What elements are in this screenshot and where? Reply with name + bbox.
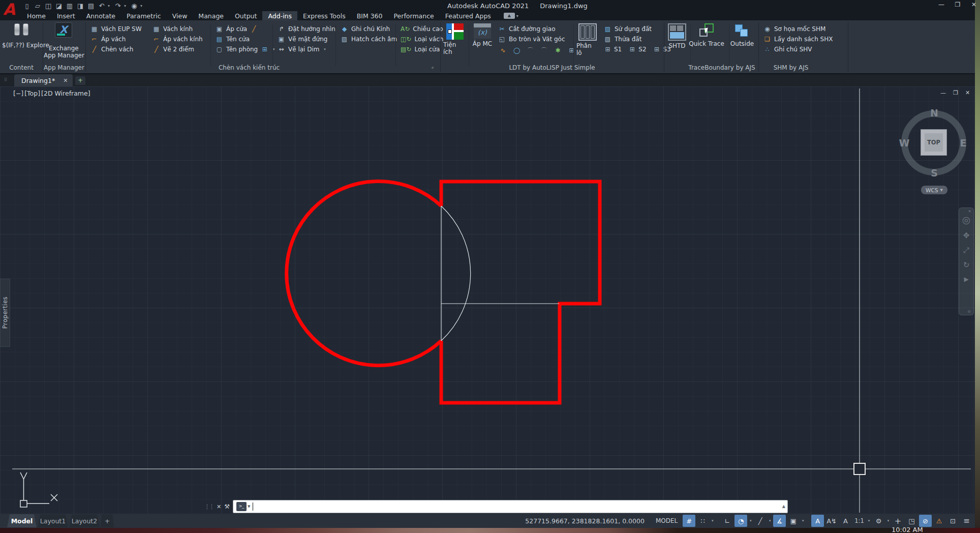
window-close-button[interactable]: ✕: [970, 1, 978, 8]
command-dock-drag-handle[interactable]: ⋮⋮: [204, 504, 213, 510]
properties-palette-tab[interactable]: Properties: [0, 279, 10, 347]
shtd-button[interactable]: SHTD: [667, 23, 687, 49]
ribbon-item-loai-vach[interactable]: ◫↻ Loại vách: [401, 35, 443, 44]
tab-performance[interactable]: Performance: [388, 11, 440, 20]
ribbon-item-ve-2-diem[interactable]: ╱ Vẽ 2 điểm: [152, 45, 194, 54]
exchange-app-manager-button[interactable]: X: [53, 22, 74, 38]
s2-label[interactable]: S2: [638, 46, 646, 53]
s2-table-icon[interactable]: ⊞: [628, 46, 636, 52]
polar-caret-icon[interactable]: ▾: [748, 519, 753, 523]
command-dock-customize-icon[interactable]: ⚒: [224, 503, 230, 510]
revcloud-icon[interactable]: ◯: [513, 47, 520, 53]
publish-icon[interactable]: ◨: [76, 2, 85, 10]
viewcube-top-face[interactable]: TOP: [921, 129, 947, 156]
viewcube-east[interactable]: E: [960, 137, 967, 149]
tab-add-ins[interactable]: Add-ins: [262, 11, 297, 20]
ribbon-display-toggle[interactable]: ▲ ▾: [504, 11, 518, 20]
ribbon-item-su-dung-dat[interactable]: ▨ Sử dụng đất: [604, 24, 652, 34]
workspace-caret-icon[interactable]: ▾: [886, 519, 891, 523]
fillet-arc-icon[interactable]: ⌒: [527, 47, 534, 53]
file-tab-close-icon[interactable]: ✕: [63, 77, 68, 84]
workspace-gear-icon[interactable]: ⚙: [872, 515, 885, 527]
tab-bim-360[interactable]: BIM 360: [351, 11, 388, 20]
ap-mc-button[interactable]: (x) Áp MC: [472, 23, 493, 47]
ribbon-item-chen-vach[interactable]: ╱ Chèn vách: [90, 45, 133, 54]
redo-icon[interactable]: ↷: [113, 2, 122, 10]
qat-customize-caret-icon[interactable]: ▾: [140, 4, 144, 8]
command-dock-close-icon[interactable]: ✕: [217, 504, 221, 510]
redo-caret-icon[interactable]: ▾: [124, 4, 128, 8]
iso-caret-icon[interactable]: ▾: [768, 519, 772, 523]
undo-icon[interactable]: ↶: [97, 2, 106, 10]
ribbon-item-ap-vach-kinh[interactable]: ⌐ Áp vách kính: [152, 35, 203, 44]
viewport-minimize-icon[interactable]: —: [940, 90, 946, 96]
tab-view[interactable]: View: [167, 11, 193, 20]
phan-lo-button[interactable]: Phân lô: [576, 23, 599, 56]
ribbon-item-hatch-cach-am[interactable]: ▨ Hatch cách âm: [341, 35, 397, 44]
new-file-tab-button[interactable]: +: [75, 76, 85, 85]
window-restore-button[interactable]: ❐: [954, 1, 962, 8]
viewport-restore-icon[interactable]: ❐: [953, 90, 958, 96]
command-recent-caret-icon[interactable]: ▼: [248, 505, 250, 509]
chamfer-arc-icon[interactable]: ⌒: [540, 47, 548, 53]
file-tab-drawing1[interactable]: Drawing1* ✕: [14, 74, 73, 86]
undo-caret-icon[interactable]: ▾: [108, 4, 112, 8]
ribbon-item-chieu-cao[interactable]: A↻ Chiều cao: [401, 24, 443, 34]
tab-output[interactable]: Output: [229, 11, 262, 20]
panel-launcher-icon[interactable]: »: [430, 65, 435, 71]
polar-tracking-toggle[interactable]: ◔: [734, 515, 747, 527]
ribbon-item-loai-cua[interactable]: ▤↻ Loại cửa: [401, 45, 440, 54]
ribbon-item-thua-dat[interactable]: ▧ Thửa đất: [604, 35, 641, 44]
ribbon-item-vach-kinh[interactable]: ▦ Vách kính: [152, 24, 193, 34]
ribbon-item-ten-phong[interactable]: ▢ Tên phòng ⊞ ▾: [216, 45, 276, 54]
print-icon[interactable]: ▤: [86, 2, 96, 10]
snap-caret-icon[interactable]: ▾: [710, 519, 715, 523]
annotation-monitor-button[interactable]: +: [892, 515, 904, 527]
navbar-close-icon[interactable]: ✕: [968, 209, 971, 214]
new-file-icon[interactable]: ▯: [22, 2, 32, 10]
save-as-icon[interactable]: ◪: [54, 2, 64, 10]
osnap-caret-icon[interactable]: ▾: [801, 519, 805, 523]
ribbon-item-so-hoa-moc-shm[interactable]: ◉ Sơ họa mốc SHM: [763, 24, 825, 34]
spline-edit-icon[interactable]: ✱: [554, 47, 562, 53]
object-snap-tracking-toggle[interactable]: ∡: [773, 515, 786, 527]
ribbon-item-ve-mat-dung[interactable]: ▣ Vẽ mặt đứng: [278, 35, 327, 44]
tab-featured-apps[interactable]: Featured Apps: [440, 11, 497, 20]
isolate-objects-button[interactable]: ◳: [905, 515, 918, 527]
viewport-close-icon[interactable]: ✕: [965, 90, 970, 96]
plot-icon[interactable]: ▥: [65, 2, 74, 10]
viewcube-west[interactable]: W: [899, 137, 910, 149]
viewcube-north[interactable]: N: [930, 107, 938, 119]
clean-screen-toggle[interactable]: ⊘: [919, 515, 932, 527]
add-layout-button[interactable]: +: [101, 514, 114, 527]
object-snap-toggle[interactable]: ▣: [787, 515, 800, 527]
sketch-curve-icon[interactable]: ∿: [499, 47, 507, 53]
ribbon-item-ve-lai-dim[interactable]: ↭ Vẽ lại Dim ▾: [278, 45, 327, 54]
tab-annotate[interactable]: Annotate: [81, 11, 121, 20]
s1-table-icon[interactable]: ⊞: [604, 46, 611, 52]
window-minimize-button[interactable]: —: [937, 1, 945, 8]
table-edit-icon[interactable]: ⊞: [568, 47, 575, 53]
viewport-visual-style-control[interactable]: [2D Wireframe]: [41, 90, 90, 97]
navbar-expand-icon[interactable]: ⊖: [967, 309, 971, 314]
annotation-scale-icon[interactable]: A: [839, 515, 852, 527]
snap-toggle[interactable]: ∷: [696, 515, 709, 527]
explore-button[interactable]: [8, 23, 35, 36]
fullscreen-button[interactable]: ⊡: [946, 515, 959, 527]
tab-insert[interactable]: Insert: [51, 11, 81, 20]
pan-icon[interactable]: ✥: [963, 232, 970, 240]
ribbon-item-cat-duong-giao[interactable]: ✂ Cắt đường giao: [498, 24, 556, 34]
viewport-view-control[interactable]: [Top]: [24, 90, 40, 97]
tab-model[interactable]: Model: [7, 514, 37, 527]
ribbon-item-vach-eup-sw[interactable]: ▦ Vách EUP SW: [90, 24, 142, 34]
viewport-collapse-control[interactable]: [−]: [13, 90, 23, 97]
s1-label[interactable]: S1: [614, 46, 622, 53]
autocad-logo[interactable]: A: [3, 0, 18, 18]
outside-button[interactable]: Outside: [728, 23, 756, 47]
ribbon-item-ghi-chu-kinh[interactable]: ◆ Ghi chú Kính: [341, 24, 390, 34]
file-tab-menu-icon[interactable]: ⠿: [4, 77, 8, 82]
tab-layout1[interactable]: Layout1: [38, 514, 68, 527]
ribbon-item-ap-vach[interactable]: ⌐ Áp vách: [90, 35, 126, 44]
explore-label[interactable]: $(IF,??) Explore: [2, 41, 49, 50]
scale-caret-icon[interactable]: ▾: [867, 519, 871, 523]
